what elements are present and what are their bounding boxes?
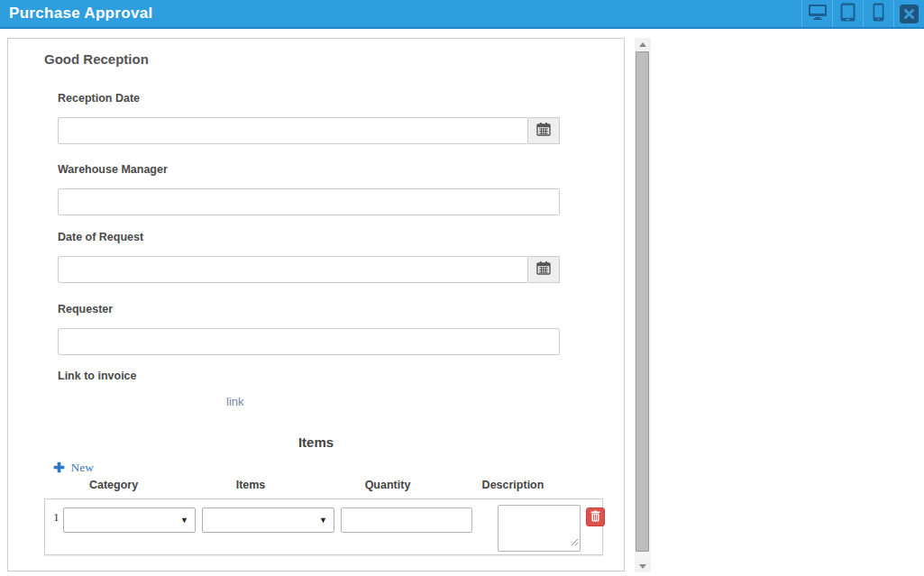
calendar-icon — [536, 122, 551, 140]
warehouse-manager-field — [58, 188, 560, 215]
description-textarea[interactable] — [498, 505, 581, 552]
invoice-link[interactable]: link — [226, 395, 244, 408]
desktop-preview-button[interactable] — [801, 0, 832, 27]
form-panel: Good Reception Reception Date Warehouse … — [7, 38, 625, 571]
reception-date-label: Reception Date — [58, 92, 140, 105]
vertical-scrollbar[interactable] — [635, 38, 651, 572]
items-select[interactable]: ▼ — [202, 507, 334, 533]
tablet-icon — [840, 3, 855, 25]
reception-date-input[interactable] — [58, 117, 528, 144]
arrow-up-icon — [639, 42, 646, 47]
resize-handle[interactable] — [571, 534, 579, 550]
trash-icon — [590, 509, 600, 526]
close-button[interactable] — [893, 0, 924, 27]
plus-icon: ✚ — [53, 460, 65, 476]
add-new-row-button[interactable]: ✚ New — [53, 460, 94, 476]
column-header-items: Items — [236, 479, 266, 491]
chevron-down-icon: ▼ — [319, 516, 327, 525]
titlebar: Purchase Approval — [0, 0, 924, 29]
description-field — [498, 505, 581, 552]
calendar-icon — [536, 261, 551, 279]
chevron-down-icon: ▼ — [180, 516, 188, 525]
category-select[interactable]: ▼ — [63, 507, 196, 533]
date-of-request-field — [58, 256, 560, 283]
delete-row-button[interactable] — [586, 507, 605, 526]
requester-field — [58, 328, 560, 355]
reception-date-field — [58, 117, 560, 144]
add-new-row-label: New — [71, 461, 95, 475]
reception-date-calendar-button[interactable] — [528, 117, 560, 144]
date-of-request-input[interactable] — [58, 256, 528, 283]
column-header-category: Category — [89, 479, 138, 491]
form-title: Good Reception — [44, 51, 149, 67]
quantity-input[interactable] — [341, 507, 472, 533]
mobile-phone-icon — [873, 3, 884, 25]
arrow-down-icon — [639, 564, 646, 569]
requester-input[interactable] — [58, 328, 560, 355]
warehouse-manager-input[interactable] — [58, 188, 560, 215]
column-header-description: Description — [482, 479, 544, 491]
date-of-request-label: Date of Request — [58, 231, 143, 243]
row-number: 1 — [53, 510, 59, 525]
items-section-title: Items — [8, 434, 624, 450]
scroll-down-button[interactable] — [635, 560, 651, 572]
close-icon — [900, 5, 919, 23]
date-of-request-calendar-button[interactable] — [528, 256, 560, 283]
grid-row: 1 ▼ ▼ — [44, 498, 603, 555]
grid-column-headers: Category Items Quantity Description — [44, 479, 603, 495]
scrollbar-thumb[interactable] — [636, 51, 649, 552]
requester-label: Requester — [58, 303, 113, 315]
preview-mode-toolbar — [801, 0, 924, 27]
warehouse-manager-label: Warehouse Manager — [58, 163, 168, 176]
mobile-preview-button[interactable] — [863, 0, 893, 27]
window-title: Purchase Approval — [0, 0, 152, 27]
desktop-monitor-icon — [808, 3, 828, 24]
tablet-preview-button[interactable] — [832, 0, 863, 27]
scroll-up-button[interactable] — [635, 38, 651, 50]
link-to-invoice-label: Link to invoice — [58, 370, 137, 382]
column-header-quantity: Quantity — [365, 479, 411, 491]
